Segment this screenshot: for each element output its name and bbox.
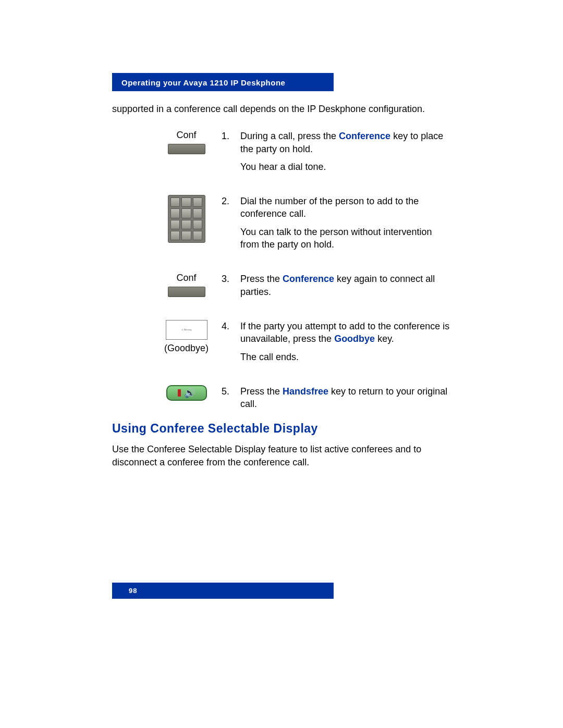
goodbye-label: (Goodbye): [151, 343, 222, 354]
page-number: 98: [129, 587, 137, 595]
goodbye-key-ref: Goodbye: [334, 334, 375, 344]
step-number: 2.: [222, 195, 233, 220]
step-row: 2. Dial the number of the person to add …: [151, 195, 451, 251]
step-body: If the party you attempt to add to the c…: [240, 320, 451, 346]
step-text: 3. Press the Conference key again to con…: [222, 273, 451, 298]
step-row: 🔊 5. Press the Handsfree key to return t…: [151, 385, 451, 411]
step-icon-column: ⚠ Warning (Goodbye): [151, 320, 222, 354]
page-header: Operating your Avaya 1210 IP Deskphone: [112, 73, 334, 91]
conference-key-ref: Conference: [339, 131, 390, 141]
step-text: 1. During a call, press the Conference k…: [222, 130, 451, 173]
step-icon-column: Conf: [151, 130, 222, 154]
step-body: During a call, press the Conference key …: [240, 130, 451, 155]
section-body: Use the Conferee Selectable Display feat…: [112, 443, 446, 468]
steps-list: Conf 1. During a call, press the Confere…: [151, 130, 451, 410]
step-icon-column: 🔊: [151, 385, 222, 401]
step-number: 1.: [222, 130, 233, 155]
step-number: 4.: [222, 320, 233, 346]
softkey-icon: [168, 287, 205, 297]
step-note: You can talk to the person without inter…: [240, 226, 451, 251]
step-row: Conf 3. Press the Conference key again t…: [151, 273, 451, 298]
handsfree-icon: 🔊: [166, 385, 207, 401]
step-text: 4. If the party you attempt to add to th…: [222, 320, 451, 363]
step-icon-column: Conf: [151, 273, 222, 297]
softkey-label: Conf: [151, 130, 222, 141]
step-body: Press the Handsfree key to return to you…: [240, 385, 451, 411]
keypad-icon: [168, 195, 205, 243]
handsfree-key-ref: Handsfree: [283, 386, 328, 397]
step-row: Conf 1. During a call, press the Confere…: [151, 130, 451, 173]
document-page: Operating your Avaya 1210 IP Deskphone s…: [112, 73, 451, 468]
conference-key-ref: Conference: [283, 274, 334, 284]
step-text: 2. Dial the number of the person to add …: [222, 195, 451, 251]
step-number: 3.: [222, 273, 233, 298]
speaker-icon: 🔊: [184, 388, 195, 398]
step-note: You hear a dial tone.: [240, 161, 451, 173]
step-row: ⚠ Warning (Goodbye) 4. If the party you …: [151, 320, 451, 363]
softkey-label: Conf: [151, 273, 222, 283]
header-title: Operating your Avaya 1210 IP Deskphone: [121, 78, 285, 87]
step-icon-column: [151, 195, 222, 243]
step-number: 5.: [222, 385, 233, 411]
step-text: 5. Press the Handsfree key to return to …: [222, 385, 451, 411]
warning-card-icon: ⚠ Warning: [166, 320, 207, 340]
step-body: Press the Conference key again to connec…: [240, 273, 451, 298]
page-footer: 98: [112, 583, 334, 599]
softkey-icon: [168, 144, 205, 154]
step-note: The call ends.: [240, 351, 451, 363]
section-heading: Using Conferee Selectable Display: [112, 422, 451, 436]
led-icon: [178, 389, 181, 397]
step-body: Dial the number of the person to add to …: [240, 195, 451, 220]
intro-paragraph: supported in a conference call depends o…: [112, 103, 446, 115]
